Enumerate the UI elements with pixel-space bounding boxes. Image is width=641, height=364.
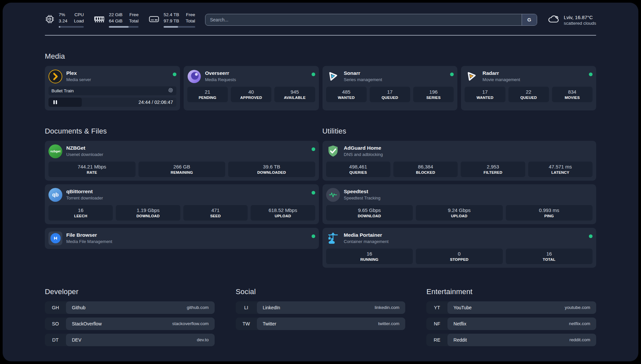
disk-free-value: 52.4 TB bbox=[164, 12, 179, 18]
bookmark-twitter[interactable]: TW Twitter twitter.com bbox=[236, 318, 406, 330]
stat-total: 16TOTAL bbox=[506, 249, 593, 264]
status-dot bbox=[312, 147, 315, 151]
bookmark-abbr: YT bbox=[426, 301, 447, 314]
service-card-adguard[interactable]: AdGuard Home DNS and adblocking 498,461Q… bbox=[322, 141, 596, 181]
cpu-chip-icon bbox=[45, 14, 55, 25]
status-dot bbox=[173, 73, 176, 76]
stat-queued: 22QUEUED bbox=[508, 87, 549, 102]
filebrowser-icon bbox=[48, 231, 62, 245]
ram-widget: 22 GiB 64 GiB Free Total bbox=[94, 12, 138, 28]
bookmark-linkedin[interactable]: LI LinkedIn linkedin.com bbox=[236, 301, 406, 314]
service-card-plex[interactable]: Plex Media server Bullet Train 24:44 / 0… bbox=[45, 66, 180, 110]
stat-leech: 16LEECH bbox=[48, 205, 113, 221]
stat-download: 9.65 GbpsDOWNLOAD bbox=[326, 205, 413, 221]
service-card-overseerr[interactable]: Overseerr Media Requests 21PENDING 40APP… bbox=[184, 66, 319, 110]
service-card-portainer[interactable]: Media Portainer Container management 16R… bbox=[322, 228, 596, 268]
cpu-load-value: 3.24 bbox=[59, 18, 67, 24]
stat-upload: 618.52 MbpsUPLOAD bbox=[251, 205, 315, 221]
bookmark-name: DEV bbox=[72, 337, 81, 343]
stat-rate: 744.21 MbpsRATE bbox=[48, 162, 136, 177]
stat-downloaded: 39.6 TBDOWNLOADED bbox=[228, 162, 315, 177]
service-card-speedtest[interactable]: Speedtest Speedtest Tracking 9.65 GbpsDO… bbox=[322, 184, 596, 224]
stat-latency: 47.571 msLATENCY bbox=[528, 162, 593, 177]
bookmark-stackoverflow[interactable]: SO StackOverflow stackoverflow.com bbox=[45, 318, 215, 330]
bookmark-name: LinkedIn bbox=[263, 305, 280, 310]
weather-condition: scattered clouds bbox=[564, 21, 596, 26]
bookmark-reddit[interactable]: RE Reddit reddit.com bbox=[426, 334, 596, 346]
section-title-social: Social bbox=[236, 288, 406, 296]
ram-free-value: 22 GiB bbox=[109, 12, 122, 18]
bookmark-name: YouTube bbox=[453, 305, 472, 310]
stat-upload: 9.24 GbpsUPLOAD bbox=[416, 205, 503, 221]
stat-wanted: 17WANTED bbox=[465, 87, 505, 102]
nzbget-icon: nzbget bbox=[48, 144, 62, 158]
playback-progress-bar: 24:44 / 02:06:47 bbox=[48, 98, 176, 107]
service-desc: DNS and adblocking bbox=[344, 152, 383, 157]
service-desc: Media Requests bbox=[205, 77, 236, 82]
bookmark-github[interactable]: GH Github github.com bbox=[45, 301, 215, 314]
section-title-documents: Documents & Files bbox=[45, 127, 319, 136]
bookmark-abbr: NF bbox=[426, 318, 447, 330]
stat-pending: 21PENDING bbox=[187, 87, 228, 102]
speedtest-pulse-icon bbox=[326, 188, 340, 202]
bookmark-url: twitter.com bbox=[378, 321, 400, 326]
section-title-entertainment: Entertainment bbox=[426, 288, 596, 296]
ram-progress-bar bbox=[109, 26, 138, 28]
bookmark-name: StackOverflow bbox=[72, 321, 102, 326]
cloud-icon bbox=[547, 14, 560, 25]
service-desc: Series management bbox=[344, 77, 382, 82]
service-name: Plex bbox=[66, 70, 91, 76]
bookmark-group-entertainment: Entertainment YT YouTube youtube.com NF … bbox=[426, 272, 596, 350]
cpu-progress-bar bbox=[59, 26, 84, 28]
status-dot bbox=[589, 234, 593, 238]
stat-running: 16RUNNING bbox=[326, 249, 413, 264]
ram-total-label: Total bbox=[129, 18, 139, 24]
stat-blocked: 86,384BLOCKED bbox=[393, 162, 458, 177]
radarr-icon bbox=[465, 70, 478, 83]
stat-queries: 498,461QUERIES bbox=[326, 162, 390, 177]
service-desc: Movie management bbox=[482, 77, 520, 82]
stat-wanted: 485WANTED bbox=[326, 87, 367, 102]
bookmark-name: Reddit bbox=[453, 337, 467, 343]
service-desc: Media server bbox=[66, 77, 91, 82]
service-card-sonarr[interactable]: Sonarr Series management 485WANTED 17QUE… bbox=[322, 66, 458, 110]
bookmark-columns: Developer GH Github github.com SO StackO… bbox=[45, 272, 596, 350]
qbittorrent-icon: qb bbox=[48, 188, 62, 202]
status-dot bbox=[312, 191, 315, 195]
service-card-nzbget[interactable]: nzbget NZBGet Usenet downloader 744.21 M… bbox=[45, 141, 319, 181]
camera-lens-icon bbox=[168, 87, 173, 94]
bookmark-abbr: LI bbox=[236, 301, 257, 314]
search-engine-button[interactable]: G bbox=[522, 14, 537, 25]
pause-button[interactable] bbox=[52, 99, 58, 106]
bookmark-netflix[interactable]: NF Netflix netflix.com bbox=[426, 318, 596, 330]
portainer-crane-icon bbox=[326, 231, 340, 245]
overseerr-icon bbox=[187, 70, 201, 83]
disk-progress-bar bbox=[164, 26, 195, 28]
stat-stopped: 0STOPPED bbox=[416, 249, 503, 264]
ram-free-label: Free bbox=[129, 12, 139, 18]
bookmark-dev[interactable]: DT DEV dev.to bbox=[45, 334, 215, 346]
service-name: Overseerr bbox=[205, 70, 236, 76]
service-desc: Media File Management bbox=[66, 239, 112, 244]
bookmark-name: Github bbox=[72, 305, 85, 310]
status-dot bbox=[589, 73, 593, 76]
service-desc: Torrent downloader bbox=[66, 196, 103, 200]
stat-filtered: 2,953FILTERED bbox=[461, 162, 525, 177]
cpu-usage-label: CPU bbox=[74, 12, 84, 18]
header: 7% 3.24 CPU Load bbox=[45, 3, 596, 28]
stat-remaining: 266 GBREMAINING bbox=[138, 162, 226, 177]
service-name: AdGuard Home bbox=[344, 145, 383, 151]
now-playing-title: Bullet Train bbox=[51, 88, 74, 93]
service-card-qbittorrent[interactable]: qb qBittorrent Torrent downloader 16LEEC… bbox=[45, 184, 319, 224]
section-title-developer: Developer bbox=[45, 288, 215, 296]
search-input[interactable] bbox=[205, 14, 537, 26]
service-name: Sonarr bbox=[344, 70, 382, 76]
stat-movies: 834MOVIES bbox=[552, 87, 593, 102]
service-card-radarr[interactable]: Radarr Movie management 17WANTED 22QUEUE… bbox=[461, 66, 596, 110]
plex-icon bbox=[48, 70, 62, 83]
service-card-filebrowser[interactable]: File Browser Media File Management bbox=[45, 228, 319, 249]
bookmark-url: netflix.com bbox=[569, 321, 590, 326]
bookmark-url: dev.to bbox=[197, 337, 209, 342]
bookmark-youtube[interactable]: YT YouTube youtube.com bbox=[426, 301, 596, 314]
media-cards: Plex Media server Bullet Train 24:44 / 0… bbox=[45, 66, 596, 110]
